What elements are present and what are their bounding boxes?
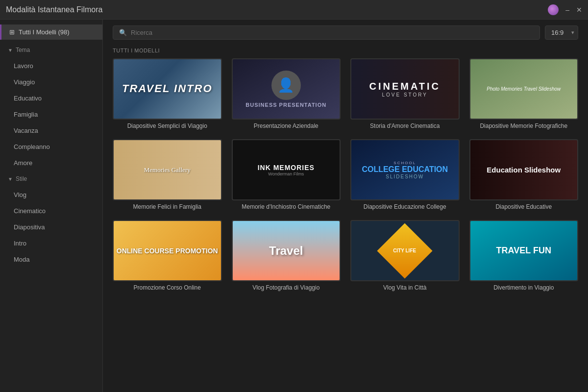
minimize-button[interactable]: – (565, 6, 569, 13)
card-travel-photo[interactable]: Travel Vlog Fotografia di Viaggio (232, 220, 341, 291)
sidebar-item-compleanno[interactable]: Compleanno (0, 139, 102, 154)
sidebar-item-lavoro[interactable]: Lavoro (0, 58, 102, 74)
search-box[interactable]: 🔍 (113, 25, 540, 40)
sidebar-item-cinematico[interactable]: Cinematico (0, 203, 102, 219)
sidebar-item-educativo[interactable]: Educativo (0, 91, 102, 106)
family-text: Memories Gallery (144, 166, 191, 174)
photo-memories-text: Photo Memories Travel Slideshow (487, 86, 561, 92)
sidebar-item-famiglia[interactable]: Famiglia (0, 107, 102, 122)
travel-intro-text: TRaveL InTRO (122, 83, 213, 95)
stile-label: Stile (16, 175, 27, 182)
sidebar: ⊞ Tutti I Modelli (98) ▼ Tema Lavoro Via… (0, 20, 103, 392)
sidebar-section-stile[interactable]: ▼ Stile (0, 172, 102, 186)
stile-arrow: ▼ (8, 176, 13, 182)
main-container: ⊞ Tutti I Modelli (98) ▼ Tema Lavoro Via… (0, 20, 588, 392)
card-travel-fun[interactable]: TRAVEL FUN Divertimento in Viaggio (469, 220, 579, 291)
card-thumbnail-travel-photo: Travel (232, 220, 341, 281)
card-thumbnail-family: Memories Gallery (113, 139, 222, 200)
tema-label: Tema (16, 47, 30, 53)
tema-arrow: ▼ (8, 48, 13, 53)
sidebar-item-diapositiva[interactable]: Diapositiva (0, 220, 102, 235)
card-thumbnail-travel-fun: TRAVEL FUN (469, 220, 579, 281)
search-input[interactable] (131, 29, 534, 36)
app-title: Modalità Istantanea Filmora (6, 5, 102, 14)
card-edu-slideshow[interactable]: Education Slideshow Diapositive Educativ… (469, 139, 579, 210)
window-controls: – ✕ (548, 4, 582, 15)
filmora-icon (548, 4, 559, 15)
card-online-course[interactable]: ONLINE COURSE PROMOTION Promozione Corso… (113, 220, 222, 291)
card-city-life[interactable]: CITY LIFE Vlog Vita in Città (350, 220, 460, 291)
ink-text: INK MEMORIES (258, 164, 315, 172)
toolbar: 🔍 16:9 9:16 1:1 4:3 ▾ (103, 20, 588, 46)
card-thumbnail-cinematic: CINEMATIC LOVE STORY (350, 58, 460, 120)
card-label-family: Memorie Felici in Famiglia (113, 203, 222, 210)
card-travel-intro[interactable]: TRaveL InTRO Diapositive Semplici di Via… (113, 58, 222, 129)
college-label: SCHOOL (393, 161, 416, 165)
college-main: COLLEGE EDUCATION (362, 165, 448, 174)
all-models-label: Tutti I Modelli (98) (19, 28, 70, 36)
sidebar-item-amore[interactable]: Amore (0, 155, 102, 171)
card-family-memories[interactable]: Memories Gallery Memorie Felici in Famig… (113, 139, 222, 210)
card-thumbnail-photo-memories: Photo Memories Travel Slideshow (469, 58, 579, 120)
ratio-select[interactable]: 16:9 9:16 1:1 4:3 (545, 25, 578, 40)
travel-photo-text: Travel (269, 244, 303, 258)
card-thumbnail-business: 👤 BUSINESS PRESENTATION (232, 58, 341, 120)
travel-fun-text: TRAVEL FUN (496, 245, 551, 256)
card-label-college: Diapositive Educazione College (350, 203, 460, 210)
card-label-travel-intro: Diapositive Semplici di Viaggio (113, 122, 222, 129)
card-thumbnail-online-course: ONLINE COURSE PROMOTION (113, 220, 222, 281)
card-thumbnail-college: SCHOOL COLLEGE EDUCATION SLIDESHOW (350, 139, 460, 200)
card-label-business: Presentazione Aziendale (232, 122, 341, 129)
ink-sub: Wonderman Films (268, 172, 304, 176)
card-label-edu-slideshow: Diapositive Educative (469, 203, 579, 210)
card-label-cinematic: Storia d'Amore Cinematica (350, 122, 460, 129)
online-course-text: ONLINE COURSE PROMOTION (117, 247, 218, 255)
business-circle-icon: 👤 (271, 71, 301, 100)
title-bar: Modalità Istantanea Filmora – ✕ (0, 0, 588, 20)
card-thumbnail-travel-intro: TRaveL InTRO (113, 58, 222, 120)
template-grid: TRaveL InTRO Diapositive Semplici di Via… (113, 58, 578, 291)
card-cinematic[interactable]: CINEMATIC LOVE STORY Storia d'Amore Cine… (350, 58, 460, 129)
sidebar-all-models[interactable]: ⊞ Tutti I Modelli (98) (0, 24, 102, 40)
card-label-travel-photo: Vlog Fotografia di Viaggio (232, 284, 341, 291)
card-label-photo-memories: Diapositive Memorie Fotografiche (469, 122, 579, 129)
sidebar-section-tema[interactable]: ▼ Tema (0, 43, 102, 57)
edu-slideshow-text: Education Slideshow (487, 166, 561, 174)
city-life-text: CITY LIFE (393, 248, 416, 254)
business-text: BUSINESS PRESENTATION (245, 102, 326, 108)
grid-container: TRaveL InTRO Diapositive Semplici di Via… (103, 58, 588, 392)
sidebar-item-vacanza[interactable]: Vacanza (0, 123, 102, 138)
sidebar-item-moda[interactable]: Moda (0, 252, 102, 267)
content-area: 🔍 16:9 9:16 1:1 4:3 ▾ TUTTI I MODELLI (103, 20, 588, 392)
card-label-travel-fun: Divertimento in Viaggio (469, 284, 579, 291)
card-business[interactable]: 👤 BUSINESS PRESENTATION Presentazione Az… (232, 58, 341, 129)
card-thumbnail-edu-slideshow: Education Slideshow (469, 139, 579, 200)
sidebar-item-vlog[interactable]: Vlog (0, 187, 102, 202)
grid-icon: ⊞ (9, 28, 15, 36)
card-label-city-life: Vlog Vita in Città (350, 284, 460, 291)
sidebar-item-intro[interactable]: Intro (0, 236, 102, 251)
search-icon: 🔍 (119, 29, 127, 36)
card-college-edu[interactable]: SCHOOL COLLEGE EDUCATION SLIDESHOW Diapo… (350, 139, 460, 210)
card-ink-memories[interactable]: INK MEMORIES Wonderman Films Memorie d'I… (232, 139, 341, 210)
card-thumbnail-city-life: CITY LIFE (350, 220, 460, 281)
card-label-online-course: Promozione Corso Online (113, 284, 222, 291)
sidebar-item-viaggio[interactable]: Viaggio (0, 74, 102, 90)
ratio-wrapper: 16:9 9:16 1:1 4:3 ▾ (545, 25, 578, 40)
section-label: TUTTI I MODELLI (103, 46, 588, 58)
card-label-ink: Memorie d'Inchiostro Cinematiche (232, 203, 341, 210)
cinematic-sub: LOVE STORY (382, 92, 428, 98)
cinematic-text: CINEMATIC (369, 81, 441, 92)
college-sub: SLIDESHOW (386, 174, 424, 179)
card-photo-memories[interactable]: Photo Memories Travel Slideshow Diaposit… (469, 58, 579, 129)
close-button[interactable]: ✕ (576, 6, 582, 13)
card-thumbnail-ink: INK MEMORIES Wonderman Films (232, 139, 341, 200)
